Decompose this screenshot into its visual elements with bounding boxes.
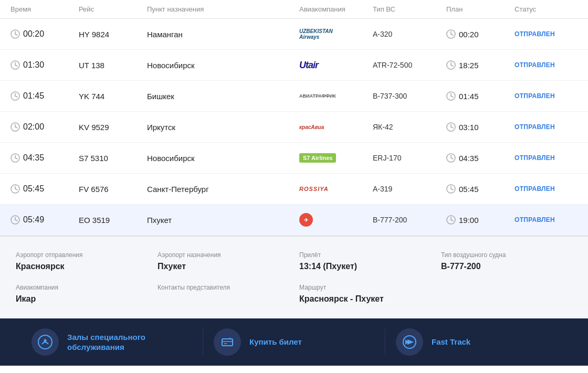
bottom-bar: Залы специального обслуживания Купить би… (0, 318, 588, 366)
svg-line-20 (15, 127, 17, 128)
vip-lounge-label: Залы специального обслуживания (67, 332, 192, 353)
flight-number: HY 9824 (79, 30, 147, 39)
table-header: Время Рейс Пункт назначения Авиакомпания… (0, 0, 588, 19)
detail-airport-arr-value: Пхукет (158, 262, 289, 271)
airline-logo: UZBEKISTANAirways (299, 26, 373, 42)
svg-line-32 (15, 189, 17, 190)
flights-container: 00:20 HY 9824 Наманган UZBEKISTANAirways… (0, 19, 588, 236)
bottom-item-fasttrack[interactable]: Fast Track (396, 328, 556, 356)
detail-airport-dep: Аэропорт отправления Красноярск (10, 251, 152, 271)
flight-destination: Новосибирск (147, 61, 299, 70)
table-row[interactable]: 05:45 FV 6576 Санкт-Петербург ROSSIYA А-… (0, 174, 588, 205)
svg-point-43 (44, 339, 47, 342)
bottom-item-vip[interactable]: Залы специального обслуживания (32, 328, 192, 356)
svg-line-5 (451, 34, 453, 35)
detail-route: Маршрут Красноярск - Пхукет (294, 284, 436, 304)
flight-destination: Новосибирск (147, 154, 299, 163)
buy-ticket-icon (214, 328, 241, 356)
flight-status: ОТПРАВЛЕН (514, 154, 578, 162)
aircraft-type: А-320 (373, 30, 446, 38)
flight-status: ОТПРАВЛЕН (514, 216, 578, 223)
flight-time: 01:30 (10, 60, 79, 70)
svg-rect-44 (222, 339, 233, 346)
flight-destination: Иркутск (147, 123, 299, 132)
detail-route-value: Красноярск - Пхукет (299, 294, 430, 304)
svg-line-2 (15, 34, 17, 35)
flight-table: Время Рейс Пункт назначения Авиакомпания… (0, 0, 588, 236)
flight-plan-time: 19:00 (446, 215, 514, 225)
flight-status: ОТПРАВЛЕН (514, 123, 578, 131)
detail-contacts: Контакты представителя (152, 284, 294, 304)
airline-logo: АВИАТРАФФИК (299, 88, 373, 104)
table-row[interactable]: 04:35 S7 5310 Новосибирск S7 Airlines ER… (0, 143, 588, 174)
detail-aircraft-label: Тип воздушного судна (441, 251, 572, 259)
flight-status: ОТПРАВЛЕН (514, 92, 578, 100)
svg-line-23 (451, 127, 453, 128)
col-time: Время (10, 5, 79, 13)
flight-destination: Санкт-Петербург (147, 185, 299, 194)
flight-plan-time: 01:45 (446, 91, 514, 101)
table-row[interactable]: 01:45 YK 744 Бишкек АВИАТРАФФИК B-737-30… (0, 81, 588, 112)
table-row[interactable]: 02:00 KV 9529 Иркутск красАвиа ЯК-42 03:… (0, 112, 588, 143)
flight-number: FV 6576 (79, 185, 147, 194)
svg-line-41 (451, 220, 453, 221)
col-aircraft: Тип ВС (373, 5, 446, 13)
detail-airport-arr-label: Аэропорт назначения (158, 251, 289, 259)
table-row[interactable]: 00:20 HY 9824 Наманган UZBEKISTANAirways… (0, 19, 588, 50)
flight-time: 00:20 (10, 29, 79, 39)
vip-lounge-icon (32, 328, 59, 356)
aircraft-type: B-737-300 (373, 92, 446, 100)
flight-plan-time: 18:25 (446, 60, 514, 70)
flight-number: YK 744 (79, 92, 147, 101)
aircraft-type: А-319 (373, 185, 446, 193)
col-status: Статус (514, 5, 578, 13)
detail-aircraft: Тип воздушного судна B-777-200 (436, 251, 578, 271)
aircraft-type: ATR-72-500 (373, 61, 446, 69)
flight-plan-time: 00:20 (446, 29, 514, 39)
detail-airport-dep-label: Аэропорт отправления (16, 251, 147, 259)
detail-route-label: Маршрут (299, 284, 430, 291)
airline-logo: Utair (299, 57, 373, 73)
flight-status: ОТПРАВЛЕН (514, 30, 578, 38)
svg-line-11 (451, 65, 453, 66)
flight-time: 04:35 (10, 153, 79, 163)
buy-ticket-label: Купить билет (249, 337, 302, 347)
bottom-item-tickets[interactable]: Купить билет (214, 328, 374, 356)
flight-destination: Пхукет (147, 216, 299, 225)
svg-line-38 (15, 220, 17, 221)
flight-number: S7 5310 (79, 154, 147, 163)
svg-line-17 (451, 96, 453, 97)
col-flight: Рейс (79, 5, 147, 13)
detail-arrival-label: Прилёт (299, 251, 430, 259)
detail-airport-dep-value: Красноярск (16, 262, 147, 271)
svg-line-8 (15, 65, 17, 66)
detail-airline-value: Икар (16, 294, 147, 304)
flight-time: 05:45 (10, 184, 79, 194)
table-row[interactable]: 05:49 EO 3519 Пхукет ✈ B-777-200 19:00 О… (0, 205, 588, 236)
svg-line-26 (15, 158, 17, 159)
detail-contacts-label: Контакты представителя (158, 284, 289, 291)
detail-airport-arr: Аэропорт назначения Пхукет (152, 251, 294, 271)
divider-2 (385, 329, 385, 355)
flight-time: 01:45 (10, 91, 79, 101)
col-destination: Пункт назначения (147, 5, 299, 13)
fast-track-label: Fast Track (432, 337, 470, 347)
flight-plan-time: 04:35 (446, 153, 514, 163)
flight-number: EO 3519 (79, 216, 147, 225)
svg-line-35 (451, 189, 453, 190)
flight-time: 05:49 (10, 215, 79, 225)
flight-plan-time: 03:10 (446, 122, 514, 132)
airline-logo: ROSSIYA (299, 181, 373, 197)
aircraft-type: ЯК-42 (373, 123, 446, 131)
flight-destination: Наманган (147, 30, 299, 39)
airline-logo: S7 Airlines (299, 150, 373, 166)
detail-airline-label: Авиакомпания (16, 284, 147, 291)
aircraft-type: ERJ-170 (373, 154, 446, 162)
flight-status: ОТПРАВЛЕН (514, 185, 578, 193)
aircraft-type: B-777-200 (373, 216, 446, 224)
airline-logo: красАвиа (299, 119, 373, 135)
airline-logo: ✈ (299, 212, 373, 228)
flight-destination: Бишкек (147, 92, 299, 101)
flight-time: 02:00 (10, 122, 79, 132)
table-row[interactable]: 01:30 UT 138 Новосибирск Utair ATR-72-50… (0, 50, 588, 81)
